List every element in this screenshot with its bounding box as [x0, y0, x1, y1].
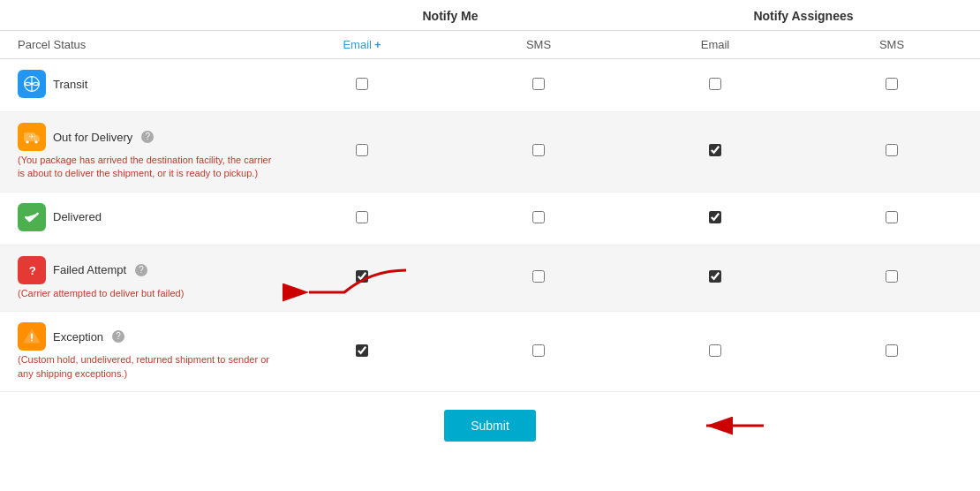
notify-assignees-email-cell-out-for-delivery — [627, 144, 803, 159]
notify-assignees-sms-label: SMS — [803, 38, 980, 51]
status-row-inner-failed-attempt: ? Failed Attempt ? (Carrier attempted to… — [0, 246, 980, 312]
status-name-delivered: Delivered — [53, 210, 102, 223]
help-icon-exception[interactable]: ? — [112, 330, 124, 343]
notify-assignees-sms-checkbox-out-for-delivery[interactable] — [886, 144, 898, 156]
rows-container: Transit — [0, 59, 980, 392]
status-name-out-for-delivery: Out for Delivery — [53, 131, 132, 144]
status-cell-transit: Transit — [0, 70, 274, 101]
parcel-status-label: Parcel Status — [0, 38, 274, 51]
submit-area: Submit — [0, 392, 980, 450]
notify-assignees-email-label: Email — [627, 38, 803, 51]
notify-assignees-email-cell-delivered — [627, 211, 803, 226]
notify-me-email-checkbox-transit[interactable] — [356, 78, 368, 90]
notify-me-email-checkbox-delivered[interactable] — [356, 211, 368, 223]
notify-assignees-email-cell-transit — [627, 78, 803, 93]
notify-assignees-email-checkbox-failed-attempt[interactable] — [709, 270, 721, 283]
notify-assignees-email-cell-exception — [627, 344, 803, 359]
notify-assignees-sms-checkbox-delivered[interactable] — [886, 211, 898, 223]
status-desc-out-for-delivery: (You package has arrived the destination… — [18, 154, 274, 181]
status-name-transit: Transit — [53, 78, 87, 91]
notify-me-sms-cell-exception — [450, 344, 627, 359]
notify-assignees-email-checkbox-out-for-delivery[interactable] — [709, 144, 721, 156]
submit-button[interactable]: Submit — [444, 410, 536, 442]
notify-me-email-cell-transit — [274, 78, 450, 93]
svg-point-3 — [26, 140, 28, 143]
notify-me-email-label: Email+ — [274, 38, 450, 51]
icon-delivered — [18, 203, 46, 231]
notify-assignees-sms-cell-failed-attempt — [803, 270, 980, 285]
notify-assignees-sms-cell-out-for-delivery — [803, 144, 980, 159]
notify-assignees-header: Notify Assignees — [627, 9, 980, 23]
row-transit: Transit — [0, 59, 980, 112]
status-title-exception: Exception ? — [18, 322, 274, 351]
submit-arrow-annotation — [627, 408, 768, 443]
page-wrapper: Notify Me Notify Assignees Parcel Status… — [0, 0, 980, 468]
svg-point-10 — [31, 340, 33, 342]
notify-me-sms-checkbox-delivered[interactable] — [532, 211, 545, 223]
notify-me-email-cell-delivered — [274, 211, 450, 226]
notify-assignees-email-checkbox-delivered[interactable] — [709, 211, 721, 223]
notify-assignees-sms-cell-delivered — [803, 211, 980, 226]
notify-me-sms-cell-out-for-delivery — [450, 144, 627, 159]
notify-assignees-sms-checkbox-failed-attempt[interactable] — [886, 270, 898, 283]
notify-me-sms-label: SMS — [450, 38, 627, 51]
status-title-failed-attempt: ? Failed Attempt ? — [18, 256, 274, 284]
status-title-transit: Transit — [18, 70, 274, 98]
notify-me-email-checkbox-failed-attempt[interactable] — [356, 270, 368, 283]
status-row-inner-exception: Exception ? (Custom hold, undelivered, r… — [0, 312, 980, 392]
notify-assignees-email-cell-failed-attempt — [627, 270, 803, 285]
svg-text:✈: ✈ — [29, 133, 34, 140]
help-icon-failed-attempt[interactable]: ? — [135, 264, 147, 276]
notify-assignees-sms-checkbox-exception[interactable] — [886, 344, 898, 357]
status-cell-out-for-delivery: ✈ Out for Delivery ? (You package has ar… — [0, 123, 274, 181]
notify-assignees-sms-checkbox-transit[interactable] — [886, 78, 898, 90]
notify-assignees-email-checkbox-transit[interactable] — [709, 78, 721, 90]
notify-me-sms-cell-transit — [450, 78, 627, 93]
svg-text:?: ? — [29, 264, 36, 277]
notify-me-sms-cell-delivered — [450, 211, 627, 226]
notify-me-sms-checkbox-transit[interactable] — [532, 78, 545, 90]
main-headers: Notify Me Notify Assignees — [0, 9, 980, 31]
status-title-delivered: Delivered — [18, 203, 274, 231]
status-desc-failed-attempt: (Carrier attempted to deliver but failed… — [18, 287, 274, 300]
icon-out-for-delivery: ✈ — [18, 123, 46, 151]
notify-me-email-cell-exception — [274, 344, 450, 359]
status-name-exception: Exception — [53, 330, 103, 344]
icon-failed-attempt: ? — [18, 256, 46, 284]
notify-me-email-cell-out-for-delivery — [274, 144, 450, 159]
status-name-failed-attempt: Failed Attempt — [53, 263, 126, 276]
notify-me-sms-checkbox-out-for-delivery[interactable] — [532, 144, 545, 156]
status-row-inner-delivered: Delivered — [0, 193, 980, 246]
sub-headers-row: Parcel Status Email+ SMS Email SMS — [0, 31, 980, 59]
status-title-out-for-delivery: ✈ Out for Delivery ? — [18, 123, 274, 151]
notify-assignees-sms-cell-exception — [803, 344, 980, 359]
row-failed-attempt: ? Failed Attempt ? (Carrier attempted to… — [0, 246, 980, 312]
status-cell-delivered: Delivered — [0, 203, 274, 234]
status-cell-exception: Exception ? (Custom hold, undelivered, r… — [0, 322, 274, 381]
status-desc-exception: (Custom hold, undelivered, returned ship… — [18, 353, 274, 381]
row-out-for-delivery: ✈ Out for Delivery ? (You package has ar… — [0, 112, 980, 193]
notify-me-email-checkbox-exception[interactable] — [356, 344, 368, 357]
help-icon-out-for-delivery[interactable]: ? — [141, 131, 154, 143]
notify-me-sms-cell-failed-attempt — [450, 270, 627, 285]
icon-exception — [18, 322, 46, 351]
status-cell-failed-attempt: ? Failed Attempt ? (Carrier attempted to… — [0, 256, 274, 300]
notify-me-email-checkbox-out-for-delivery[interactable] — [356, 144, 368, 156]
notify-assignees-email-checkbox-exception[interactable] — [709, 344, 721, 357]
notify-assignees-sms-cell-transit — [803, 78, 980, 93]
status-row-inner-transit: Transit — [0, 59, 980, 112]
notify-me-header: Notify Me — [274, 9, 627, 23]
status-row-inner-out-for-delivery: ✈ Out for Delivery ? (You package has ar… — [0, 112, 980, 193]
notify-me-sms-checkbox-exception[interactable] — [532, 344, 545, 357]
status-header-spacer — [0, 9, 274, 23]
icon-transit — [18, 70, 46, 98]
row-exception: Exception ? (Custom hold, undelivered, r… — [0, 312, 980, 392]
row-delivered: Delivered — [0, 193, 980, 246]
notify-me-sms-checkbox-failed-attempt[interactable] — [532, 270, 545, 283]
svg-point-4 — [34, 140, 37, 143]
notify-me-email-cell-failed-attempt — [274, 270, 450, 285]
